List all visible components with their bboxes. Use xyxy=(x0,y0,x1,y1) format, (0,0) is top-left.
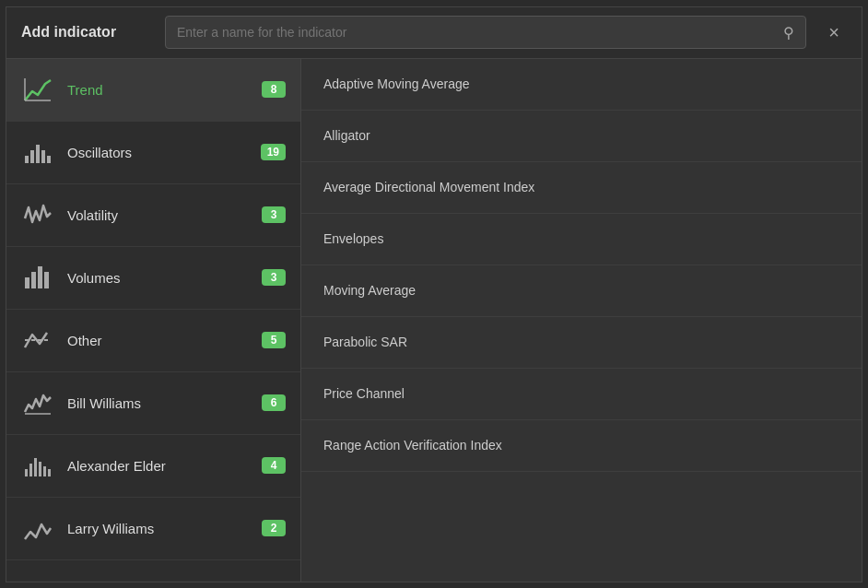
sidebar-label-trend: Trend xyxy=(67,82,249,98)
sidebar-label-alexander-elder: Alexander Elder xyxy=(67,458,249,474)
indicator-item[interactable]: Envelopes xyxy=(301,214,862,265)
indicator-item[interactable]: Adaptive Moving Average xyxy=(301,59,862,111)
svg-rect-14 xyxy=(29,464,32,476)
svg-rect-4 xyxy=(36,145,40,163)
other-icon xyxy=(21,323,54,357)
sidebar-item-bill-williams[interactable]: Bill Williams 6 xyxy=(6,372,300,435)
sidebar-item-larry-williams[interactable]: Larry Williams 2 xyxy=(6,498,300,560)
sidebar-item-other[interactable]: Other 5 xyxy=(6,310,300,372)
sidebar-item-alexander-elder[interactable]: Alexander Elder 4 xyxy=(6,435,300,498)
indicator-item[interactable]: Alligator xyxy=(301,111,862,162)
trend-icon xyxy=(21,73,54,106)
sidebar-badge-bill-williams: 6 xyxy=(262,394,286,411)
sidebar-item-oscillators[interactable]: Oscillators 19 xyxy=(6,122,300,184)
svg-rect-10 xyxy=(44,272,49,288)
sidebar-badge-trend: 8 xyxy=(262,81,286,98)
sidebar: Trend 8 Oscillators 19 xyxy=(6,59,301,582)
oscillators-icon xyxy=(21,135,54,169)
indicator-item[interactable]: Average Directional Movement Index xyxy=(301,162,862,214)
sidebar-item-volatility[interactable]: Volatility 3 xyxy=(6,184,300,247)
search-input[interactable] xyxy=(177,25,776,40)
svg-rect-9 xyxy=(38,266,42,288)
modal-body: Trend 8 Oscillators 19 xyxy=(6,59,862,582)
search-icon: ⚲ xyxy=(783,24,794,41)
svg-rect-17 xyxy=(43,466,46,476)
sidebar-badge-volumes: 3 xyxy=(262,269,286,286)
indicator-list: Adaptive Moving AverageAlligatorAverage … xyxy=(301,59,862,582)
indicator-item[interactable]: Range Action Verification Index xyxy=(301,420,862,472)
sidebar-badge-alexander-elder: 4 xyxy=(262,457,286,474)
bill-williams-icon xyxy=(21,386,54,419)
svg-rect-18 xyxy=(48,469,51,476)
close-button[interactable]: × xyxy=(821,19,847,45)
sidebar-badge-other: 5 xyxy=(262,332,286,348)
svg-rect-3 xyxy=(30,150,34,163)
sidebar-label-larry-williams: Larry Williams xyxy=(67,521,249,536)
svg-rect-13 xyxy=(25,469,28,476)
search-wrapper: ⚲ xyxy=(165,16,806,49)
modal-header: Add indicator ⚲ × xyxy=(6,7,862,59)
sidebar-badge-larry-williams: 2 xyxy=(262,520,286,536)
indicator-item[interactable]: Price Channel xyxy=(301,369,862,420)
svg-rect-16 xyxy=(39,462,41,476)
sidebar-label-volatility: Volatility xyxy=(67,207,249,223)
sidebar-label-oscillators: Oscillators xyxy=(67,145,248,160)
modal-title: Add indicator xyxy=(21,24,150,41)
volumes-icon xyxy=(21,261,54,294)
svg-rect-8 xyxy=(31,272,36,288)
svg-rect-7 xyxy=(25,277,29,288)
alexander-elder-icon xyxy=(21,449,54,482)
sidebar-label-bill-williams: Bill Williams xyxy=(67,395,249,411)
indicator-item[interactable]: Moving Average xyxy=(301,265,862,317)
volatility-icon xyxy=(21,198,54,231)
svg-rect-5 xyxy=(41,150,45,163)
add-indicator-modal: Add indicator ⚲ × Trend 8 xyxy=(6,6,862,582)
svg-rect-6 xyxy=(47,156,51,163)
sidebar-label-other: Other xyxy=(67,333,249,348)
sidebar-badge-oscillators: 19 xyxy=(261,144,286,160)
svg-rect-2 xyxy=(25,156,29,163)
sidebar-badge-volatility: 3 xyxy=(262,206,286,223)
sidebar-item-volumes[interactable]: Volumes 3 xyxy=(6,247,300,310)
sidebar-label-volumes: Volumes xyxy=(67,270,249,286)
svg-rect-15 xyxy=(34,458,37,476)
sidebar-item-trend[interactable]: Trend 8 xyxy=(6,59,300,122)
indicator-item[interactable]: Parabolic SAR xyxy=(301,317,862,369)
larry-williams-icon xyxy=(21,512,54,545)
